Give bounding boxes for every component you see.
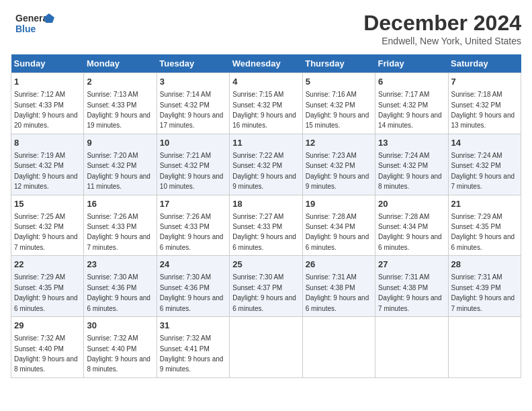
calendar-cell: 14 Sunrise: 7:24 AM Sunset: 4:32 PM Dayl…: [448, 134, 521, 195]
day-number: 12: [306, 137, 372, 149]
day-info: Sunrise: 7:26 AM Sunset: 4:33 PM Dayligh…: [160, 213, 224, 251]
calendar-cell: 29 Sunrise: 7:32 AM Sunset: 4:40 PM Dayl…: [11, 317, 84, 378]
day-number: 24: [160, 259, 226, 271]
day-info: Sunrise: 7:32 AM Sunset: 4:41 PM Dayligh…: [160, 334, 224, 373]
day-info: Sunrise: 7:19 AM Sunset: 4:32 PM Dayligh…: [14, 152, 78, 190]
week-row-0: 1 Sunrise: 7:12 AM Sunset: 4:33 PM Dayli…: [11, 73, 521, 134]
calendar-cell: 23 Sunrise: 7:30 AM Sunset: 4:36 PM Dayl…: [84, 256, 157, 317]
day-number: 28: [451, 259, 518, 271]
calendar-cell: 19 Sunrise: 7:28 AM Sunset: 4:34 PM Dayl…: [302, 195, 375, 256]
calendar-cell: 6 Sunrise: 7:17 AM Sunset: 4:32 PM Dayli…: [375, 73, 448, 134]
calendar-cell: 21 Sunrise: 7:29 AM Sunset: 4:35 PM Dayl…: [448, 195, 521, 256]
day-number: 20: [378, 198, 445, 210]
day-number: 7: [451, 76, 518, 88]
day-number: 11: [232, 137, 299, 149]
week-row-2: 15 Sunrise: 7:25 AM Sunset: 4:32 PM Dayl…: [11, 195, 521, 256]
calendar-body: 1 Sunrise: 7:12 AM Sunset: 4:33 PM Dayli…: [11, 73, 521, 378]
week-row-4: 29 Sunrise: 7:32 AM Sunset: 4:40 PM Dayl…: [11, 317, 521, 378]
day-number: 14: [451, 137, 518, 149]
day-number: 26: [306, 259, 372, 271]
title-area: December 2024 Endwell, New York, United …: [363, 11, 521, 46]
calendar-cell: 28 Sunrise: 7:31 AM Sunset: 4:39 PM Dayl…: [448, 256, 521, 317]
day-number: 21: [451, 198, 518, 210]
day-number: 25: [232, 259, 299, 271]
header: General Blue December 2024 Endwell, New …: [11, 11, 521, 46]
day-info: Sunrise: 7:32 AM Sunset: 4:40 PM Dayligh…: [14, 334, 78, 373]
calendar-cell: 4 Sunrise: 7:15 AM Sunset: 4:32 PM Dayli…: [230, 73, 302, 134]
col-friday: Friday: [375, 54, 448, 73]
day-number: 22: [14, 259, 81, 271]
calendar-cell: [375, 317, 448, 378]
day-info: Sunrise: 7:24 AM Sunset: 4:32 PM Dayligh…: [378, 152, 442, 190]
day-number: 15: [14, 198, 81, 210]
day-number: 17: [160, 198, 226, 210]
week-row-1: 8 Sunrise: 7:19 AM Sunset: 4:32 PM Dayli…: [11, 134, 521, 195]
calendar-cell: 26 Sunrise: 7:31 AM Sunset: 4:38 PM Dayl…: [302, 256, 375, 317]
day-info: Sunrise: 7:18 AM Sunset: 4:32 PM Dayligh…: [451, 91, 515, 129]
calendar-cell: 27 Sunrise: 7:31 AM Sunset: 4:38 PM Dayl…: [375, 256, 448, 317]
calendar-cell: 31 Sunrise: 7:32 AM Sunset: 4:41 PM Dayl…: [157, 317, 229, 378]
calendar-cell: 15 Sunrise: 7:25 AM Sunset: 4:32 PM Dayl…: [11, 195, 84, 256]
calendar-cell: 30 Sunrise: 7:32 AM Sunset: 4:40 PM Dayl…: [84, 317, 157, 378]
logo-svg: General Blue: [11, 11, 58, 35]
day-number: 31: [160, 320, 226, 332]
col-thursday: Thursday: [302, 54, 375, 73]
day-number: 19: [306, 198, 372, 210]
calendar-cell: 1 Sunrise: 7:12 AM Sunset: 4:33 PM Dayli…: [11, 73, 84, 134]
day-info: Sunrise: 7:12 AM Sunset: 4:33 PM Dayligh…: [14, 91, 78, 129]
day-number: 4: [232, 76, 299, 88]
col-tuesday: Tuesday: [157, 54, 229, 73]
logo: General Blue: [11, 11, 58, 35]
day-number: 3: [160, 76, 226, 88]
day-number: 1: [14, 76, 81, 88]
calendar-cell: 24 Sunrise: 7:30 AM Sunset: 4:36 PM Dayl…: [157, 256, 229, 317]
calendar-cell: 7 Sunrise: 7:18 AM Sunset: 4:32 PM Dayli…: [448, 73, 521, 134]
day-number: 29: [14, 320, 81, 332]
day-info: Sunrise: 7:14 AM Sunset: 4:32 PM Dayligh…: [160, 91, 224, 129]
day-info: Sunrise: 7:31 AM Sunset: 4:39 PM Dayligh…: [451, 273, 515, 312]
day-number: 9: [87, 137, 153, 149]
day-info: Sunrise: 7:23 AM Sunset: 4:32 PM Dayligh…: [306, 152, 369, 190]
day-number: 27: [378, 259, 445, 271]
day-info: Sunrise: 7:28 AM Sunset: 4:34 PM Dayligh…: [306, 213, 369, 251]
col-sunday: Sunday: [11, 54, 84, 73]
calendar-cell: 10 Sunrise: 7:21 AM Sunset: 4:32 PM Dayl…: [157, 134, 229, 195]
day-number: 8: [14, 137, 81, 149]
day-info: Sunrise: 7:30 AM Sunset: 4:37 PM Dayligh…: [232, 273, 296, 312]
day-info: Sunrise: 7:27 AM Sunset: 4:33 PM Dayligh…: [232, 213, 296, 251]
calendar-cell: 5 Sunrise: 7:16 AM Sunset: 4:32 PM Dayli…: [302, 73, 375, 134]
calendar-cell: 9 Sunrise: 7:20 AM Sunset: 4:32 PM Dayli…: [84, 134, 157, 195]
day-info: Sunrise: 7:20 AM Sunset: 4:32 PM Dayligh…: [87, 152, 150, 190]
day-info: Sunrise: 7:30 AM Sunset: 4:36 PM Dayligh…: [160, 273, 224, 312]
day-number: 2: [87, 76, 153, 88]
calendar-cell: 16 Sunrise: 7:26 AM Sunset: 4:33 PM Dayl…: [84, 195, 157, 256]
main-title: December 2024: [363, 11, 521, 36]
day-info: Sunrise: 7:26 AM Sunset: 4:33 PM Dayligh…: [87, 213, 150, 251]
day-info: Sunrise: 7:31 AM Sunset: 4:38 PM Dayligh…: [306, 273, 369, 312]
calendar-cell: [302, 317, 375, 378]
day-number: 16: [87, 198, 153, 210]
col-monday: Monday: [84, 54, 157, 73]
day-number: 13: [378, 137, 445, 149]
day-number: 6: [378, 76, 445, 88]
calendar-table: Sunday Monday Tuesday Wednesday Thursday…: [11, 54, 521, 378]
calendar-cell: 17 Sunrise: 7:26 AM Sunset: 4:33 PM Dayl…: [157, 195, 229, 256]
day-info: Sunrise: 7:30 AM Sunset: 4:36 PM Dayligh…: [87, 273, 150, 312]
subtitle: Endwell, New York, United States: [363, 36, 521, 46]
day-info: Sunrise: 7:15 AM Sunset: 4:32 PM Dayligh…: [232, 91, 296, 129]
calendar-cell: 8 Sunrise: 7:19 AM Sunset: 4:32 PM Dayli…: [11, 134, 84, 195]
day-info: Sunrise: 7:22 AM Sunset: 4:32 PM Dayligh…: [232, 152, 296, 190]
day-info: Sunrise: 7:24 AM Sunset: 4:32 PM Dayligh…: [451, 152, 515, 190]
day-info: Sunrise: 7:16 AM Sunset: 4:32 PM Dayligh…: [306, 91, 369, 129]
day-info: Sunrise: 7:13 AM Sunset: 4:33 PM Dayligh…: [87, 91, 150, 129]
day-info: Sunrise: 7:29 AM Sunset: 4:35 PM Dayligh…: [451, 213, 515, 251]
calendar-cell: [230, 317, 302, 378]
calendar-cell: 2 Sunrise: 7:13 AM Sunset: 4:33 PM Dayli…: [84, 73, 157, 134]
day-number: 23: [87, 259, 153, 271]
day-number: 18: [232, 198, 299, 210]
calendar-cell: 25 Sunrise: 7:30 AM Sunset: 4:37 PM Dayl…: [230, 256, 302, 317]
col-wednesday: Wednesday: [230, 54, 302, 73]
calendar-cell: 20 Sunrise: 7:28 AM Sunset: 4:34 PM Dayl…: [375, 195, 448, 256]
day-info: Sunrise: 7:17 AM Sunset: 4:32 PM Dayligh…: [378, 91, 442, 129]
calendar-cell: 12 Sunrise: 7:23 AM Sunset: 4:32 PM Dayl…: [302, 134, 375, 195]
